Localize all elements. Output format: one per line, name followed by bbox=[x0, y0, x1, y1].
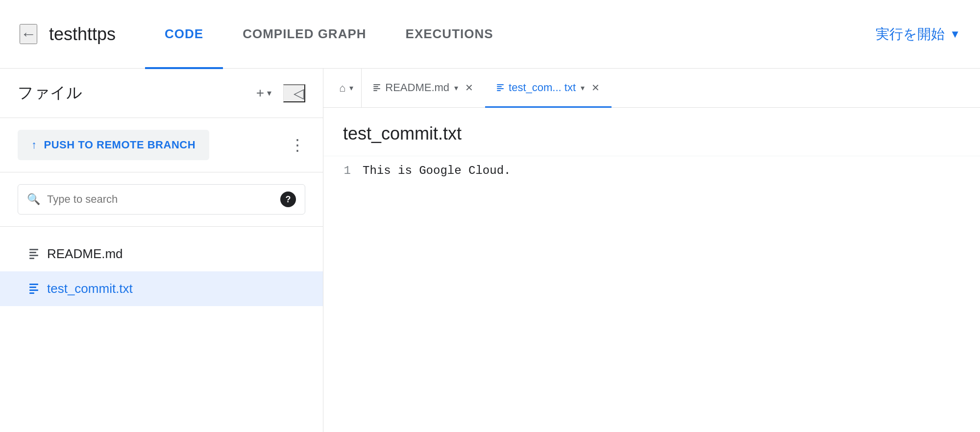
home-tab-chevron-icon: ▾ bbox=[349, 83, 353, 93]
nav-tabs: CODE COMPILED GRAPH EXECUTIONS bbox=[145, 0, 876, 68]
tab-label: test_com... txt bbox=[509, 81, 576, 94]
file-icon bbox=[29, 249, 38, 259]
tab-home[interactable]: ⌂ ▾ bbox=[331, 69, 362, 107]
collapse-icon: ◁ bbox=[294, 85, 304, 101]
code-line[interactable]: This is Google Cloud. bbox=[363, 164, 980, 177]
top-nav: ← testhttps CODE COMPILED GRAPH EXECUTIO… bbox=[0, 0, 980, 69]
file-name: README.md bbox=[47, 246, 123, 262]
tab-executions[interactable]: EXECUTIONS bbox=[386, 1, 513, 69]
search-icon: 🔍 bbox=[27, 193, 40, 206]
file-name: test_commit.txt bbox=[47, 281, 133, 296]
back-button[interactable]: ← bbox=[20, 24, 37, 44]
project-title: testhttps bbox=[49, 24, 116, 45]
push-to-remote-button[interactable]: ↑ PUSH TO REMOTE BRANCH bbox=[18, 130, 209, 160]
add-chevron-icon: ▾ bbox=[267, 88, 271, 98]
more-options-button[interactable]: ⋮ bbox=[290, 136, 305, 154]
collapse-sidebar-button[interactable]: ◁ bbox=[283, 84, 305, 102]
readme-tab-close-icon[interactable]: ✕ bbox=[465, 82, 473, 94]
test-commit-file-icon bbox=[497, 84, 504, 91]
tab-compiled-graph[interactable]: COMPILED GRAPH bbox=[223, 1, 386, 69]
sidebar: ファイル + ▾ ◁ ↑ PUSH TO REMOTE BRANCH ⋮ 🔍 bbox=[0, 69, 323, 432]
home-icon: ⌂ bbox=[339, 82, 345, 95]
tab-label: README.md bbox=[385, 81, 449, 94]
test-commit-tab-close-icon[interactable]: ✕ bbox=[591, 82, 600, 94]
file-icon bbox=[29, 284, 38, 294]
editor-tabs: ⌂ ▾ README.md ▾ ✕ bbox=[323, 69, 980, 108]
help-icon[interactable]: ? bbox=[280, 192, 296, 207]
tab-code[interactable]: CODE bbox=[145, 1, 223, 69]
tab-readme[interactable]: README.md ▾ ✕ bbox=[362, 69, 485, 108]
list-item[interactable]: README.md bbox=[0, 237, 323, 271]
code-area: 1 This is Google Cloud. bbox=[323, 164, 980, 177]
start-execution-button[interactable]: 実行を開始 ▼ bbox=[876, 25, 960, 44]
list-item[interactable]: test_commit.txt bbox=[0, 271, 323, 306]
readme-file-icon bbox=[373, 84, 380, 91]
sidebar-header: ファイル + ▾ ◁ bbox=[0, 69, 323, 118]
readme-tab-chevron-icon: ▾ bbox=[454, 83, 458, 93]
search-box: 🔍 ? bbox=[18, 184, 305, 215]
editor-content: test_commit.txt 1 This is Google Cloud. bbox=[323, 108, 980, 432]
tab-test-commit[interactable]: test_com... txt ▾ ✕ bbox=[485, 69, 612, 108]
search-input[interactable] bbox=[47, 193, 273, 206]
push-arrow-icon: ↑ bbox=[31, 139, 37, 151]
line-number: 1 bbox=[323, 164, 363, 177]
file-list: README.md test_commit.txt bbox=[0, 227, 323, 432]
main-content: ファイル + ▾ ◁ ↑ PUSH TO REMOTE BRANCH ⋮ 🔍 bbox=[0, 69, 980, 432]
sidebar-title: ファイル bbox=[18, 82, 245, 104]
editor-area: ⌂ ▾ README.md ▾ ✕ bbox=[323, 69, 980, 432]
search-area: 🔍 ? bbox=[0, 172, 323, 227]
start-button-chevron-icon: ▼ bbox=[950, 28, 960, 41]
add-file-button[interactable]: + ▾ bbox=[252, 83, 275, 103]
push-area: ↑ PUSH TO REMOTE BRANCH ⋮ bbox=[0, 118, 323, 172]
active-file-title: test_commit.txt bbox=[323, 123, 980, 156]
test-commit-tab-chevron-icon: ▾ bbox=[581, 83, 585, 93]
